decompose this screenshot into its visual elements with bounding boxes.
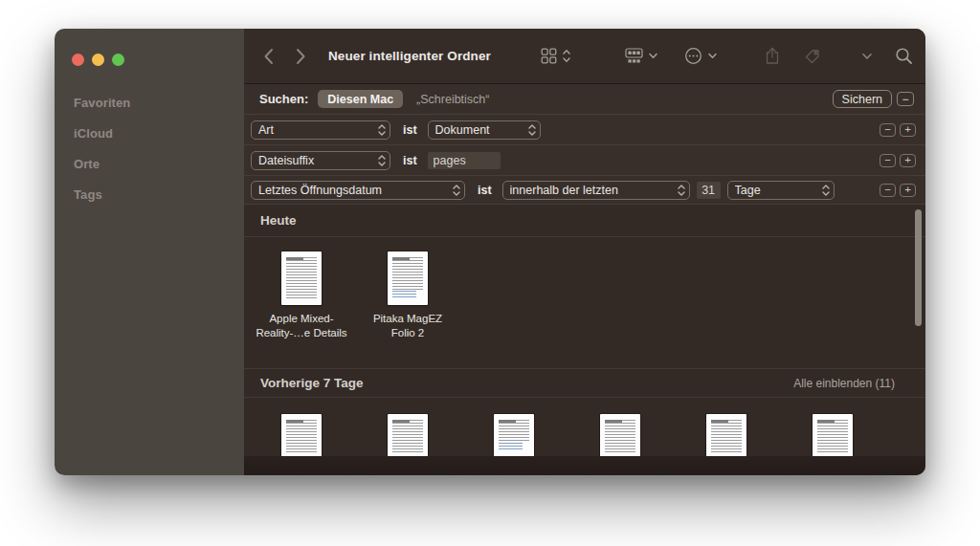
dropdown-arrows-icon [378, 154, 386, 167]
add-criterion-button[interactable]: + [900, 123, 916, 137]
sidebar: Favoriten iCloud Orte Tags [55, 29, 244, 475]
scope-desktop[interactable]: „Schreibtisch“ [416, 93, 489, 106]
document-thumbnail [281, 414, 322, 456]
share-icon [765, 47, 780, 65]
finder-window: Favoriten iCloud Orte Tags Neuer intelli… [55, 29, 925, 475]
operator-label: ist [403, 123, 417, 137]
chevron-right-icon [296, 48, 306, 65]
zoom-window-button[interactable] [112, 54, 124, 66]
value-dropdown[interactable]: Dokument [428, 120, 541, 140]
remove-search-button[interactable]: − [897, 92, 914, 106]
document-thumbnail [388, 414, 428, 456]
group-view-icon [625, 48, 643, 64]
show-all-link[interactable]: Alle einblenden (11) [793, 377, 895, 390]
main-area: Neuer intelligenter Ordner [244, 29, 925, 475]
section-header-heute: Heute [244, 205, 925, 237]
file-item[interactable] [568, 414, 673, 456]
chevron-left-icon [263, 48, 274, 65]
remove-criterion-button[interactable]: − [880, 184, 896, 197]
filter-row-art: Art ist Dokument − + [244, 115, 925, 145]
attribute-dropdown[interactable]: Letztes Öffnungsdatum [251, 181, 465, 200]
suffix-input[interactable] [428, 152, 501, 169]
section-title: Vorherige 7 Tage [260, 376, 364, 390]
save-search-button[interactable]: Sichern [833, 90, 892, 108]
document-thumbnail [813, 414, 853, 456]
document-thumbnail [600, 414, 640, 456]
chevron-down-icon [862, 53, 872, 60]
close-window-button[interactable] [72, 54, 84, 66]
filter-row-dateisuffix: Dateisuffix ist − + [244, 145, 925, 176]
grid-view-icon [541, 48, 557, 64]
sidebar-section-favoriten[interactable]: Favoriten [55, 87, 244, 118]
sidebar-section-icloud[interactable]: iCloud [55, 118, 244, 148]
tags-button[interactable] [804, 29, 821, 83]
section-title: Heute [260, 213, 297, 228]
attribute-dropdown[interactable]: Dateisuffix [251, 151, 390, 170]
results-area: Heute Apple Mixed- Reality-…e Details Pi… [244, 205, 925, 456]
window-title: Neuer intelligenter Ordner [328, 29, 491, 83]
file-item[interactable]: Apple Mixed- Reality-…e Details [249, 251, 354, 368]
chevron-down-icon [708, 53, 717, 59]
files-row-heute: Apple Mixed- Reality-…e Details Pitaka M… [244, 237, 925, 368]
toolbar-overflow-button[interactable] [862, 29, 872, 83]
scope-this-mac[interactable]: Diesen Mac [318, 90, 403, 108]
dropdown-value: innerhalb der letzten [510, 184, 674, 197]
minimize-window-button[interactable] [92, 54, 104, 66]
dropdown-value: Tage [735, 184, 818, 197]
dropdown-value: Art [258, 123, 374, 137]
view-mode-button[interactable] [541, 29, 570, 83]
search-icon [895, 47, 913, 65]
dropdown-arrows-icon [378, 123, 386, 137]
window-controls [72, 54, 124, 66]
dropdown-value: Letztes Öffnungsdatum [258, 184, 449, 197]
document-thumbnail [388, 251, 428, 305]
range-dropdown[interactable]: innerhalb der letzten [502, 181, 690, 200]
remove-criterion-button[interactable]: − [880, 123, 896, 137]
dropdown-arrows-icon [822, 184, 830, 197]
forward-button[interactable] [296, 29, 306, 83]
search-scope-bar: Suchen: Diesen Mac „Schreibtisch“ Sicher… [244, 84, 925, 115]
search-button[interactable] [895, 29, 913, 83]
ellipsis-circle-icon [684, 47, 702, 65]
document-thumbnail [281, 251, 322, 305]
file-item[interactable] [249, 414, 354, 456]
add-criterion-button[interactable]: + [900, 154, 916, 167]
back-button[interactable] [263, 29, 274, 83]
window-bottom-edge [244, 456, 925, 475]
file-name: Pitaka MagEZ Folio 2 [373, 312, 442, 340]
file-item[interactable]: Pitaka MagEZ Folio 2 [355, 251, 460, 368]
file-item[interactable] [355, 414, 460, 456]
attribute-dropdown[interactable]: Art [251, 120, 390, 140]
chevron-down-icon [649, 53, 657, 59]
group-by-button[interactable] [625, 29, 657, 83]
vertical-scrollbar[interactable] [915, 209, 922, 326]
sidebar-section-orte[interactable]: Orte [55, 148, 244, 179]
more-actions-button[interactable] [684, 29, 717, 83]
file-item[interactable] [461, 414, 567, 456]
remove-criterion-button[interactable]: − [880, 154, 896, 167]
document-thumbnail [494, 414, 534, 456]
dropdown-arrows-icon [528, 123, 536, 137]
unit-dropdown[interactable]: Tage [727, 181, 835, 200]
sidebar-section-tags[interactable]: Tags [55, 179, 244, 209]
files-row-vorherige [244, 398, 925, 456]
dropdown-value: Dokument [435, 123, 524, 137]
file-name: Apple Mixed- Reality-…e Details [256, 312, 346, 340]
days-count-input[interactable] [697, 182, 721, 199]
operator-label: ist [403, 154, 417, 167]
sidebar-sections: Favoriten iCloud Orte Tags [55, 87, 244, 209]
document-thumbnail [706, 414, 746, 456]
add-criterion-button[interactable]: + [900, 184, 916, 197]
filter-row-datum: Letztes Öffnungsdatum ist innerhalb der … [244, 176, 925, 205]
file-item[interactable] [674, 414, 779, 456]
file-item[interactable] [780, 414, 885, 456]
share-button[interactable] [765, 29, 780, 83]
operator-label: ist [478, 184, 492, 197]
search-label: Suchen: [259, 92, 308, 106]
tag-icon [804, 48, 821, 65]
dropdown-arrows-icon [678, 184, 685, 197]
toolbar: Neuer intelligenter Ordner [244, 29, 925, 84]
dropdown-arrows-icon [453, 184, 460, 197]
dropdown-value: Dateisuffix [258, 154, 374, 167]
section-header-vorherige-7-tage: Vorherige 7 Tage Alle einblenden (11) [244, 368, 925, 398]
